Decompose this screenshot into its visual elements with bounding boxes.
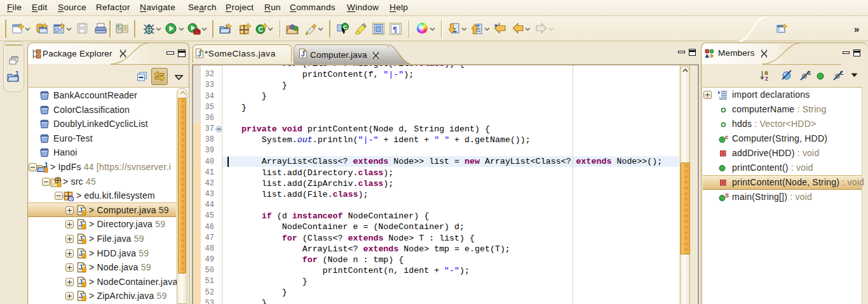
svg-text:¶: ¶ [393, 24, 397, 34]
svg-text:z: z [765, 75, 768, 81]
svg-text:c: c [725, 135, 728, 140]
svg-text:C: C [343, 23, 348, 30]
svg-text:J: J [301, 50, 305, 58]
svg-text:J: J [15, 71, 18, 77]
svg-text:S: S [725, 194, 729, 199]
svg-text:J: J [198, 50, 201, 58]
